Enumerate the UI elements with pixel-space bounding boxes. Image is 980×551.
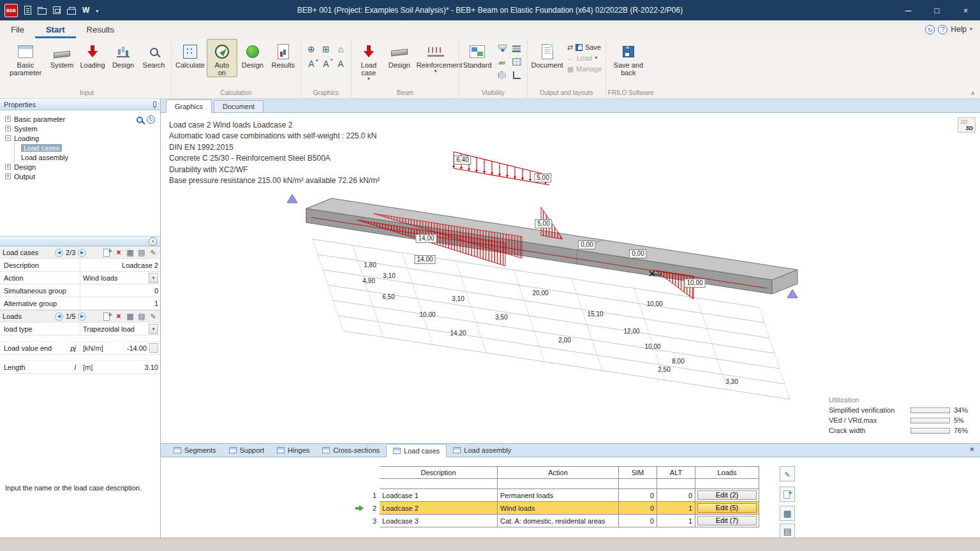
zoom-window-icon[interactable]: [322, 45, 330, 54]
visibility-dropdown-icon[interactable]: [498, 44, 507, 53]
tab-hinges[interactable]: Hinges: [271, 444, 316, 457]
loads-list-icon[interactable]: [137, 312, 146, 321]
load-layout-button[interactable]: Load▾: [567, 54, 602, 62]
collapse-up-icon[interactable]: [149, 237, 157, 246]
print-icon[interactable]: [67, 9, 76, 15]
load-value-end-field[interactable]: [kN/m]-14.00: [80, 343, 160, 353]
font-reset-icon[interactable]: [338, 59, 343, 68]
load-case-dropdown-icon[interactable]: ▾: [368, 77, 370, 82]
add-row-button[interactable]: [780, 487, 795, 502]
tree-item-system[interactable]: System: [0, 124, 160, 133]
font-increase-icon[interactable]: [308, 59, 314, 68]
value-helper-icon[interactable]: [149, 343, 158, 353]
load-type-dropdown-icon[interactable]: [149, 324, 158, 334]
new-file-icon[interactable]: [24, 6, 31, 15]
basic-parameter-button[interactable]: Basic parameter: [4, 39, 47, 77]
tree-item-load-assembly[interactable]: Load assembly: [15, 152, 160, 162]
action-dropdown-icon[interactable]: [149, 273, 158, 283]
beam-design-button[interactable]: Design: [384, 39, 415, 70]
edit-loads-button[interactable]: Edit (5): [697, 503, 757, 513]
system-button[interactable]: System: [47, 39, 77, 70]
menu-file[interactable]: File: [0, 20, 35, 38]
zoom-home-icon[interactable]: [338, 45, 343, 54]
layers-icon[interactable]: [512, 45, 521, 47]
table-row[interactable]: 1 Loadcase 1 Permanent loads 0 0 Edit (2…: [353, 489, 759, 502]
edit-loads-button[interactable]: Edit (2): [697, 490, 757, 500]
tree-item-output[interactable]: Output: [0, 172, 160, 181]
labels-toggle-icon[interactable]: [498, 57, 505, 66]
tab-cross-sections[interactable]: Cross-sections: [316, 444, 386, 457]
menu-start[interactable]: Start: [35, 20, 76, 38]
view-3d-label[interactable]: 3D: [965, 125, 973, 131]
grid-toggle-icon[interactable]: [512, 58, 521, 66]
close-button[interactable]: ×: [951, 0, 980, 20]
tree-sync-icon[interactable]: [147, 115, 155, 124]
loads-table-icon[interactable]: [126, 312, 135, 321]
description-cell[interactable]: Loadcase 2: [380, 502, 498, 515]
export-table-button[interactable]: [780, 524, 795, 539]
action-cell[interactable]: Cat. A: domestic, residental areas: [498, 515, 619, 527]
edit-loads-table-icon[interactable]: [149, 312, 158, 321]
add-load-icon[interactable]: [103, 312, 112, 321]
edit-table-icon[interactable]: [149, 248, 158, 257]
tab-segments[interactable]: Segments: [167, 444, 223, 457]
description-field[interactable]: Loadcase 2: [80, 261, 160, 269]
view-2d-3d-toggle[interactable]: 2D 3D: [958, 117, 976, 133]
action-cell[interactable]: Wind loads: [498, 502, 619, 515]
tab-document[interactable]: Document: [214, 100, 264, 112]
tree-item-load-cases[interactable]: Load cases: [15, 143, 160, 152]
axes-toggle-icon[interactable]: [513, 71, 521, 79]
open-file-icon[interactable]: [38, 8, 47, 15]
zoom-in-icon[interactable]: [308, 45, 315, 54]
alt-cell[interactable]: 1: [657, 502, 695, 515]
calc-design-button[interactable]: Design: [237, 39, 268, 70]
table-view-icon[interactable]: [126, 248, 135, 257]
font-decrease-icon[interactable]: [323, 59, 329, 68]
add-load-case-icon[interactable]: [103, 248, 112, 257]
length-field[interactable]: [m]3.10: [80, 364, 160, 371]
list-view-icon[interactable]: [137, 248, 146, 257]
delete-load-icon[interactable]: [114, 312, 123, 321]
alternative-group-field[interactable]: 1: [80, 300, 160, 307]
save-file-icon[interactable]: [53, 6, 61, 14]
help-label[interactable]: Help: [951, 25, 967, 34]
action-cell[interactable]: Permanent loads: [498, 489, 619, 502]
quickbar-dropdown-icon[interactable]: [96, 6, 98, 15]
tree-item-loading[interactable]: Loading: [0, 133, 160, 143]
expander-icon[interactable]: [5, 164, 11, 170]
view-2d-label[interactable]: 2D: [960, 119, 968, 125]
expander-icon[interactable]: [5, 116, 11, 122]
pin-icon[interactable]: [153, 101, 156, 107]
prev-load-button[interactable]: [55, 312, 63, 321]
standard-view-button[interactable]: Standard: [461, 39, 494, 70]
tab-load-cases[interactable]: Load cases: [386, 444, 447, 457]
load-type-field[interactable]: Trapezoidal load: [80, 324, 160, 334]
next-load-case-button[interactable]: [78, 249, 86, 257]
reinforcement-dropdown-icon[interactable]: ▾: [434, 69, 437, 74]
next-load-button[interactable]: [78, 312, 86, 321]
expander-icon[interactable]: [5, 126, 11, 131]
simultaneous-group-field[interactable]: 0: [80, 287, 160, 295]
save-and-back-button[interactable]: Save and back: [608, 39, 649, 77]
action-field[interactable]: Wind loads: [80, 273, 160, 283]
auto-on-button[interactable]: Auto on: [207, 39, 237, 77]
calculate-button[interactable]: Calculate: [174, 39, 207, 70]
save-layout-button[interactable]: Save: [567, 43, 602, 51]
load-case-button[interactable]: Load case▾: [353, 39, 384, 82]
tab-graphics[interactable]: Graphics: [166, 99, 212, 113]
word-export-icon[interactable]: W: [82, 6, 89, 15]
sim-cell[interactable]: 0: [619, 489, 657, 502]
help-icon[interactable]: ?: [938, 25, 947, 34]
reinforcement-button[interactable]: Reinforcement▾: [415, 39, 457, 75]
maximize-button[interactable]: □: [923, 0, 951, 20]
panel-splitter[interactable]: [0, 236, 160, 246]
expander-icon[interactable]: [5, 135, 11, 141]
description-cell[interactable]: Loadcase 3: [380, 515, 498, 527]
help-dropdown-icon[interactable]: ▾: [970, 27, 972, 32]
manage-layout-button[interactable]: Manage: [567, 65, 602, 73]
support-icon[interactable]: [925, 25, 935, 34]
tree-search-icon[interactable]: [137, 117, 143, 123]
menu-results[interactable]: Results: [76, 20, 125, 38]
alt-cell[interactable]: 0: [657, 489, 695, 502]
tab-support[interactable]: Support: [223, 444, 271, 457]
